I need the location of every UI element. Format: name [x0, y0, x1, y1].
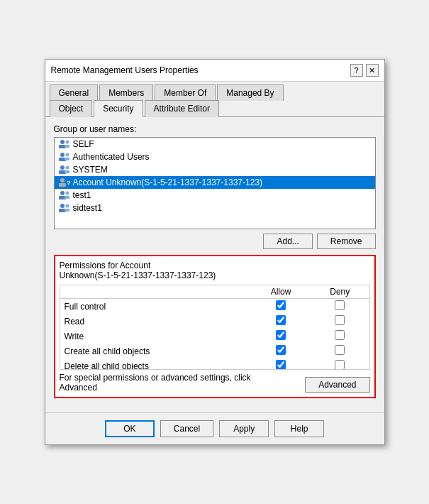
svg-point-17 [65, 192, 69, 195]
read-deny-checkbox[interactable] [335, 315, 345, 325]
read-allow-checkbox[interactable] [276, 315, 286, 325]
deny-check-cell[interactable] [311, 314, 369, 329]
tab-managed-by[interactable]: Managed By [217, 84, 283, 101]
close-button[interactable]: ✕ [366, 64, 379, 77]
allow-col-header: Allow [251, 285, 311, 299]
deny-check-cell[interactable] [311, 358, 369, 370]
user-icon [57, 152, 70, 162]
table-row: Delete all child objects [60, 358, 369, 370]
list-item[interactable]: test1 [55, 189, 375, 202]
svg-point-4 [60, 153, 65, 157]
list-item-selected[interactable]: ? Account Unknown(S-1-5-21-1337-1337-133… [55, 176, 375, 189]
permissions-box: Permissions for Account Unknown(S-1-5-21… [54, 255, 376, 398]
tab-member-of[interactable]: Member Of [155, 84, 216, 101]
tab-security[interactable]: Security [94, 100, 143, 117]
svg-point-8 [60, 165, 65, 170]
special-perms-text: For special permissions or advanced sett… [60, 373, 272, 393]
svg-point-19 [60, 204, 65, 208]
full-control-deny-checkbox[interactable] [335, 300, 345, 310]
dialog-title: Remote Management Users Properties [51, 65, 199, 75]
table-row: Write [60, 329, 369, 344]
group-label: Group or user names: [54, 124, 376, 134]
allow-check-cell[interactable] [251, 344, 311, 358]
svg-text:?: ? [67, 180, 70, 187]
allow-check-cell[interactable] [251, 299, 311, 314]
list-item[interactable]: Authenticated Users [55, 150, 375, 163]
user-icon [57, 203, 70, 213]
table-row: Read [60, 314, 369, 329]
user-list-container[interactable]: SELF Authenticated Users [54, 137, 376, 229]
tab-row-2: Object Security Attribute Editor [50, 100, 380, 116]
perm-name: Full control [60, 299, 252, 314]
user-name: SYSTEM [73, 165, 108, 175]
delete-deny-checkbox[interactable] [335, 360, 345, 370]
table-row: Full control [60, 299, 369, 314]
tab-content: Group or user names: SELF [45, 117, 384, 412]
apply-button[interactable]: Apply [219, 420, 269, 437]
dialog-footer: OK Cancel Apply Help [45, 412, 384, 444]
allow-check-cell[interactable] [251, 314, 311, 329]
title-bar-controls: ? ✕ [350, 64, 379, 77]
help-button[interactable]: ? [350, 64, 363, 77]
delete-allow-checkbox[interactable] [276, 360, 286, 370]
svg-rect-7 [65, 158, 69, 160]
svg-point-12 [60, 178, 65, 182]
write-allow-checkbox[interactable] [276, 330, 286, 340]
add-button[interactable]: Add... [263, 234, 312, 249]
user-icon [57, 165, 70, 175]
user-name: SELF [73, 139, 94, 149]
table-row: Create all child objects [60, 344, 369, 358]
user-name: sidtest1 [73, 203, 102, 213]
svg-rect-13 [59, 183, 66, 187]
svg-rect-3 [65, 145, 69, 148]
perm-name: Delete all child objects [60, 358, 252, 370]
remove-button[interactable]: Remove [317, 234, 376, 249]
deny-check-cell[interactable] [311, 344, 369, 358]
svg-rect-11 [65, 170, 69, 173]
perm-name: Read [60, 314, 252, 329]
tab-members[interactable]: Members [99, 84, 153, 101]
user-list: SELF Authenticated Users [55, 138, 375, 214]
svg-point-10 [65, 166, 69, 170]
svg-rect-22 [65, 209, 69, 212]
title-bar: Remote Management Users Properties ? ✕ [45, 60, 384, 82]
perm-name-col [60, 285, 252, 299]
dialog-window: Remote Management Users Properties ? ✕ G… [45, 59, 385, 445]
tab-attribute-editor[interactable]: Attribute Editor [145, 100, 219, 117]
write-deny-checkbox[interactable] [335, 330, 345, 340]
user-name: Account Unknown(S-1-5-21-1337-1337-1337-… [73, 177, 263, 187]
user-name: test1 [73, 190, 91, 200]
deny-check-cell[interactable] [311, 299, 369, 314]
tab-bar: General Members Member Of Managed By Obj… [45, 82, 384, 117]
help-footer-button[interactable]: Help [274, 420, 324, 437]
permissions-scroll[interactable]: Allow Deny Full control Read [60, 285, 370, 370]
deny-check-cell[interactable] [311, 329, 369, 344]
user-name: Authenticated Users [73, 152, 150, 162]
user-icon [57, 190, 70, 200]
create-deny-checkbox[interactable] [335, 345, 345, 355]
allow-check-cell[interactable] [251, 358, 311, 370]
tab-object[interactable]: Object [50, 100, 93, 117]
tab-general[interactable]: General [50, 84, 99, 101]
svg-point-0 [60, 140, 65, 144]
create-allow-checkbox[interactable] [276, 345, 286, 355]
permissions-table: Allow Deny Full control Read [60, 285, 369, 370]
svg-rect-18 [65, 196, 69, 199]
permissions-title: Permissions for Account Unknown(S-1-5-21… [60, 261, 370, 280]
svg-point-21 [65, 204, 69, 208]
svg-point-15 [60, 191, 65, 195]
svg-point-2 [65, 141, 69, 144]
ok-button[interactable]: OK [105, 420, 155, 437]
advanced-button[interactable]: Advanced [305, 377, 369, 393]
tab-row-1: General Members Member Of Managed By [50, 84, 380, 100]
full-control-allow-checkbox[interactable] [276, 300, 286, 310]
allow-check-cell[interactable] [251, 329, 311, 344]
cancel-button[interactable]: Cancel [160, 420, 213, 437]
advanced-row: For special permissions or advanced sett… [60, 373, 370, 393]
user-icon [57, 139, 70, 149]
add-remove-row: Add... Remove [54, 234, 376, 249]
unknown-user-icon: ? [57, 177, 70, 187]
list-item[interactable]: SYSTEM [55, 163, 375, 176]
list-item[interactable]: SELF [55, 138, 375, 150]
list-item[interactable]: sidtest1 [55, 202, 375, 214]
